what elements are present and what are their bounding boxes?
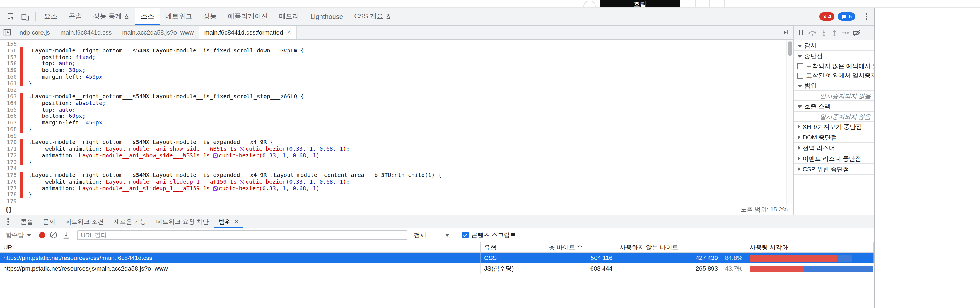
sidebar-section-header[interactable]: CSP 위반 중단점 bbox=[794, 164, 874, 175]
navigator-toggle-button[interactable] bbox=[0, 26, 14, 39]
column-header[interactable]: 유형 bbox=[481, 242, 546, 252]
drawer-tab[interactable]: 새로운 기능 bbox=[109, 215, 151, 228]
line-number: 165 bbox=[0, 106, 20, 113]
unused-bytes-value: 427 439 bbox=[695, 253, 718, 263]
pretty-print-button[interactable]: {} bbox=[0, 206, 18, 213]
code-text: -webkit-animation: Layout-module__ani_sh… bbox=[23, 146, 350, 152]
main-panel-tab[interactable]: 메모리 bbox=[274, 8, 305, 25]
sidebar-section-header[interactable]: 이벤트 리스너 중단점 bbox=[794, 153, 874, 164]
column-header[interactable]: URL bbox=[0, 242, 481, 252]
file-tab[interactable]: main.f6c8441d.css:formatted× bbox=[199, 26, 297, 39]
drawer-tab[interactable]: 네트워크 요청 차단 bbox=[151, 215, 214, 228]
code-editor[interactable]: 155156.Layout-module__right_bottom___s54… bbox=[0, 40, 793, 204]
file-tab[interactable]: main.acc2da58.js?o=www bbox=[117, 26, 199, 39]
url-filter-input[interactable] bbox=[77, 230, 407, 239]
code-token: ; bbox=[72, 61, 76, 67]
inspect-element-button[interactable] bbox=[3, 9, 18, 24]
sidebar-section-header[interactable]: 호출 스택 bbox=[794, 101, 874, 112]
breakpoint-checkbox-row[interactable]: 포착되지 않은 예외에서 일시중지 bbox=[794, 61, 874, 71]
coverage-record-button[interactable] bbox=[39, 232, 45, 238]
deactivate-breakpoints-button[interactable] bbox=[853, 29, 861, 36]
sidebar-section-header[interactable]: XHR/가져오기 중단점 bbox=[794, 121, 874, 132]
drawer-tab[interactable]: 범위× bbox=[214, 215, 243, 228]
main-panel-tab[interactable]: 성능 bbox=[198, 8, 222, 25]
breakpoint-checkbox-row[interactable]: 포착된 예외에서 일시중지 bbox=[794, 71, 874, 80]
sidebar-section-header[interactable]: DOM 중단점 bbox=[794, 132, 874, 143]
main-panel-tab-label: 콘솔 bbox=[68, 12, 82, 21]
sidebar-section-header[interactable]: 중단점 bbox=[794, 51, 874, 61]
drawer-tab[interactable]: 네트워크 조건 bbox=[60, 215, 109, 228]
code-text: animation: Layout-module__ani_show_side_… bbox=[23, 152, 320, 159]
step-button[interactable] bbox=[842, 29, 849, 36]
column-header[interactable]: 사용하지 않는 바이트 bbox=[616, 242, 746, 252]
code-text bbox=[23, 198, 29, 204]
main-panel-tab[interactable]: 애플리케이션 bbox=[222, 8, 274, 25]
file-tab[interactable]: main.f6c8441d.css bbox=[56, 26, 117, 39]
column-header[interactable]: 총 바이트 수 bbox=[546, 242, 616, 252]
sidebar-section-label: XHR/가져오기 중단점 bbox=[803, 123, 862, 131]
bezier-swatch-icon[interactable] bbox=[213, 153, 218, 158]
code-token: ; bbox=[72, 106, 76, 112]
drawer-tab[interactable]: 콘솔 bbox=[16, 215, 38, 228]
coverage-total-bytes-cell: 504 116 bbox=[546, 253, 616, 263]
line-number: 171 bbox=[0, 146, 20, 152]
coverage-unused-marker bbox=[20, 93, 23, 100]
console-error-badge[interactable]: × 4 bbox=[819, 12, 835, 21]
main-panel-tab[interactable]: 콘솔 bbox=[63, 8, 88, 25]
drawer-tab[interactable]: 문제 bbox=[38, 215, 60, 228]
coverage-unused-marker bbox=[20, 80, 23, 87]
sidebar-section-header[interactable]: 감시 bbox=[794, 40, 874, 51]
editor-line: 170.Layout-module__right_bottom___s54MX.… bbox=[0, 139, 793, 146]
editor-line: 165 top: auto; bbox=[0, 106, 793, 113]
coverage-export-button[interactable] bbox=[62, 231, 70, 239]
pause-icon bbox=[798, 29, 804, 36]
sidebar-section-header[interactable]: 전역 리스너 bbox=[794, 143, 874, 153]
coverage-clear-button[interactable] bbox=[50, 231, 57, 238]
bezier-swatch-icon[interactable] bbox=[240, 180, 245, 184]
code-token: Layout-module__ani_show_side___WBS1s 1s bbox=[79, 152, 213, 158]
coverage-row[interactable]: https://pm.pstatic.net/resources/css/mai… bbox=[0, 253, 874, 263]
checkbox[interactable] bbox=[797, 63, 803, 69]
scrollbar-thumb[interactable] bbox=[788, 41, 792, 56]
step-over-button[interactable] bbox=[808, 29, 816, 36]
tab-overflow-button[interactable] bbox=[779, 26, 793, 39]
devtools-menu-button[interactable] bbox=[862, 12, 871, 21]
coverage-type-select[interactable]: 전체 bbox=[412, 231, 452, 239]
main-panel-tab[interactable]: 네트워크 bbox=[160, 8, 198, 25]
main-panel-tab[interactable]: 요소 bbox=[38, 8, 63, 25]
code-token: animation: bbox=[29, 152, 79, 158]
step-into-button[interactable] bbox=[821, 29, 827, 36]
line-number: 156 bbox=[0, 48, 20, 54]
code-token: 0.33, 1, 0.68, 1 bbox=[289, 146, 343, 152]
close-tab-icon[interactable]: × bbox=[235, 218, 239, 225]
code-text bbox=[23, 166, 29, 172]
main-panel-tab[interactable]: Lighthouse bbox=[305, 8, 348, 25]
pause-button[interactable] bbox=[798, 29, 804, 36]
code-token: 60px bbox=[69, 113, 82, 119]
bezier-swatch-icon[interactable] bbox=[213, 186, 218, 190]
device-toolbar-button[interactable] bbox=[18, 9, 32, 24]
main-panel-tab[interactable]: CSS 개요 bbox=[348, 8, 396, 25]
file-tab[interactable]: ndp-core.js bbox=[14, 26, 56, 39]
coverage-mode-select[interactable]: 함수당 bbox=[3, 231, 33, 239]
sidebar-section-header[interactable]: 범위 bbox=[794, 80, 874, 91]
editor-line: 168} bbox=[0, 126, 793, 133]
sidebar-section: CSP 위반 중단점 bbox=[794, 164, 874, 175]
main-panel-tab[interactable]: 소스 bbox=[135, 8, 160, 25]
coverage-row[interactable]: https://pm.pstatic.net/resources/js/main… bbox=[0, 263, 874, 274]
editor-scrollbar[interactable] bbox=[786, 40, 793, 204]
main-panel-tab[interactable]: 성능 통계 bbox=[88, 8, 135, 25]
code-token: } bbox=[29, 126, 32, 132]
drawer-menu-button[interactable] bbox=[3, 217, 12, 226]
step-out-button[interactable] bbox=[831, 29, 838, 36]
content-scripts-checkbox[interactable]: 콘텐츠 스크립트 bbox=[462, 231, 516, 239]
console-message-badge[interactable]: 6 bbox=[838, 12, 855, 21]
bezier-swatch-icon[interactable] bbox=[240, 147, 245, 151]
close-tab-icon[interactable]: × bbox=[287, 30, 291, 35]
column-header[interactable]: 사용량 시각화 bbox=[746, 242, 874, 252]
checkbox[interactable] bbox=[797, 73, 803, 79]
toolbar-divider bbox=[73, 230, 73, 239]
editor-line: 162 bbox=[0, 87, 793, 93]
drawer-tab-label: 네트워크 조건 bbox=[65, 217, 104, 226]
sidebar-section: 감시 bbox=[794, 40, 874, 51]
